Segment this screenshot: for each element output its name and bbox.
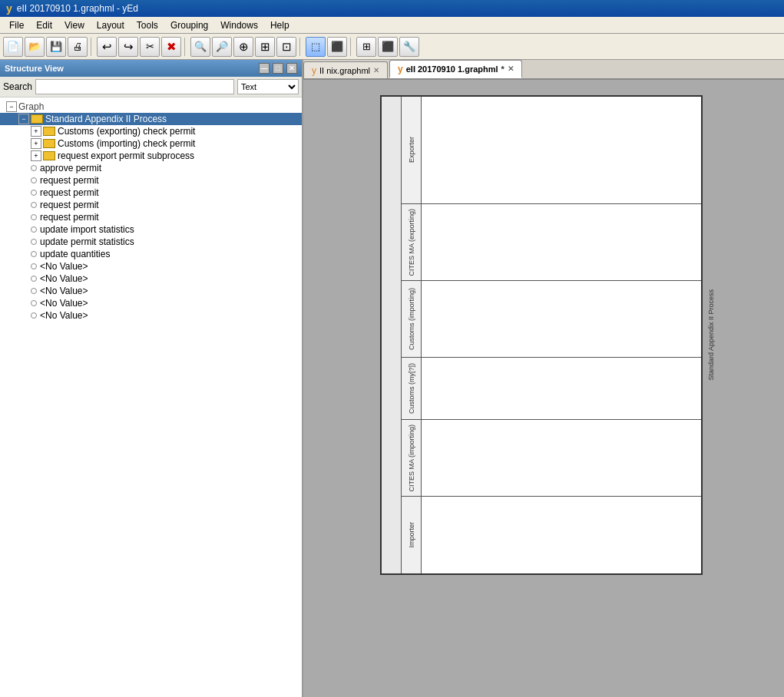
menu-help[interactable]: Help xyxy=(264,18,296,31)
zoom-reset-button[interactable]: ⊡ xyxy=(276,37,296,57)
cut-button[interactable]: ✂ xyxy=(140,37,160,57)
select-mode-button[interactable]: ⬚ xyxy=(306,37,326,57)
tree-item-no-value-1[interactable]: <No Value> xyxy=(0,260,302,273)
row-content-importer[interactable] xyxy=(422,497,701,573)
save-button[interactable]: 💾 xyxy=(46,37,66,57)
row-content-customs-my[interactable] xyxy=(422,358,701,419)
main-layout: Structure View — □ ✕ Search Text Regex W… xyxy=(0,60,784,697)
tab-nix-graphml[interactable]: y II nix.graphml ✕ xyxy=(303,61,388,78)
panel-minimize-button[interactable]: — xyxy=(259,63,270,74)
tree-item-root-process[interactable]: − Standard Appendix II Process xyxy=(0,113,302,125)
bullet-update-import xyxy=(31,226,37,233)
tree-item-update-import-stats[interactable]: update import statistics xyxy=(0,223,302,236)
tree-item-customs-exporting[interactable]: + Customs (exporting) check permit xyxy=(0,125,302,137)
customs-export-folder-icon xyxy=(43,127,55,136)
search-type-select[interactable]: Text Regex Wildcard xyxy=(237,79,299,94)
tree-item-request-permit-1[interactable]: request permit xyxy=(0,174,302,187)
tab-eii-graphml[interactable]: y eII 20170910 1.graphml * ✕ xyxy=(389,60,522,78)
tab-icon-1: y xyxy=(312,65,316,76)
new-button[interactable]: 📄 xyxy=(3,37,23,57)
zoom-fit-button[interactable]: ⊞ xyxy=(255,37,275,57)
tree-item-label-update-permit: update permit statistics xyxy=(40,236,134,247)
tree-item-label-nv4: <No Value> xyxy=(40,298,88,309)
menu-view[interactable]: View xyxy=(58,18,91,31)
swimlane-row-importer: Importer xyxy=(402,497,701,573)
export-button[interactable]: ⬛ xyxy=(378,37,398,57)
panel-close-button[interactable]: ✕ xyxy=(286,63,297,74)
zoom-custom-button[interactable]: ⊕ xyxy=(233,37,253,57)
tab-close-btn-2[interactable]: ✕ xyxy=(508,64,514,73)
tree-item-label-root: Standard Appendix II Process xyxy=(45,114,167,124)
tools-extra-button[interactable]: 🔧 xyxy=(399,37,419,57)
customs-export-expand-btn[interactable]: + xyxy=(31,126,41,137)
root-expand-btn[interactable]: − xyxy=(18,114,29,124)
search-input[interactable] xyxy=(35,79,234,94)
canvas-area[interactable]: Standard Appendix II Process Exporter xyxy=(303,80,784,697)
req-export-expand-btn[interactable]: + xyxy=(31,150,41,161)
structure-panel-controls: — □ ✕ xyxy=(259,63,297,74)
separator-1 xyxy=(91,38,94,56)
row-label-importer: Importer xyxy=(402,497,422,573)
tree-item-approve-permit[interactable]: approve permit xyxy=(0,162,302,174)
title-bar: y eII 20170910 1.graphml - yEd xyxy=(0,0,784,17)
tab-icon-2: y xyxy=(398,64,403,74)
tab-close-btn-1[interactable]: ✕ xyxy=(373,66,379,74)
tab-label-1: II nix.graphml xyxy=(319,66,370,75)
tree-item-request-export-subprocess[interactable]: + request export permit subprocess xyxy=(0,150,302,162)
menu-bar: File Edit View Layout Tools Grouping Win… xyxy=(0,17,784,34)
row-content-cites-exporting[interactable] xyxy=(422,204,701,280)
bullet-req3 xyxy=(31,202,37,208)
tree-item-request-permit-3[interactable]: request permit xyxy=(0,199,302,211)
graph-expand-btn[interactable]: − xyxy=(6,101,17,112)
tree-item-update-permit-stats[interactable]: update permit statistics xyxy=(0,236,302,248)
tree-item-no-value-5[interactable]: <No Value> xyxy=(0,309,302,322)
tree-item-update-quantities[interactable]: update quantities xyxy=(0,248,302,260)
row-content-cites-importing[interactable] xyxy=(422,420,701,496)
menu-grouping[interactable]: Grouping xyxy=(164,18,214,31)
row-content-exporter[interactable] xyxy=(422,97,701,203)
tree-item-label-req-export: request export permit subprocess xyxy=(58,150,194,161)
undo-button[interactable]: ↩ xyxy=(97,37,117,57)
tree-item-no-value-3[interactable]: <No Value> xyxy=(0,285,302,297)
row-content-customs-importing[interactable] xyxy=(422,281,701,357)
menu-tools[interactable]: Tools xyxy=(131,18,164,31)
swimlane-rows: Exporter CITES MA (exporting) xyxy=(402,97,701,573)
bullet-req2 xyxy=(31,190,37,196)
row-label-cites-exporting: CITES MA (exporting) xyxy=(402,204,422,280)
tree-item-request-permit-4[interactable]: request permit xyxy=(0,211,302,223)
tab-label-2: eII 20170910 1.graphml xyxy=(406,64,498,74)
redo-button[interactable]: ↪ xyxy=(118,37,138,57)
print-button[interactable]: 🖨 xyxy=(68,37,88,57)
graph-label: Graph xyxy=(18,101,44,112)
tree-item-label-req1: request permit xyxy=(40,175,99,186)
grid-button[interactable]: ⊞ xyxy=(356,37,376,57)
panel-restore-button[interactable]: □ xyxy=(273,63,283,74)
fit-page-button[interactable]: ⬛ xyxy=(327,37,347,57)
root-folder-icon xyxy=(31,114,43,124)
open-button[interactable]: 📂 xyxy=(25,37,45,57)
delete-button[interactable]: ✖ xyxy=(161,37,181,57)
tree-item-no-value-4[interactable]: <No Value> xyxy=(0,297,302,309)
zoom-out-button[interactable]: 🔍 xyxy=(190,37,210,57)
app-icon: y xyxy=(6,2,12,15)
tree-view: − Graph − Standard Appendix II Process +… xyxy=(0,97,302,697)
menu-file[interactable]: File xyxy=(3,18,30,31)
tree-item-label-nv5: <No Value> xyxy=(40,310,88,321)
tree-item-request-permit-2[interactable]: request permit xyxy=(0,187,302,199)
menu-windows[interactable]: Windows xyxy=(214,18,264,31)
menu-layout[interactable]: Layout xyxy=(91,18,131,31)
zoom-in-button[interactable]: 🔎 xyxy=(212,37,232,57)
row-label-text-customs-my: Customs (my[?]) xyxy=(408,363,415,414)
tree-item-no-value-2[interactable]: <No Value> xyxy=(0,273,302,285)
tree-item-customs-importing[interactable]: + Customs (importing) check permit xyxy=(0,137,302,150)
menu-edit[interactable]: Edit xyxy=(30,18,58,31)
separator-4 xyxy=(350,38,353,56)
row-label-text-cites-exporting: CITES MA (exporting) xyxy=(408,209,415,276)
customs-import-expand-btn[interactable]: + xyxy=(31,138,41,149)
window-title: eII 20170910 1.graphml - yEd xyxy=(17,3,138,14)
swimlane-diagram: Exporter CITES MA (exporting) xyxy=(380,95,703,575)
tab-modified-indicator: * xyxy=(501,64,504,74)
tree-graph-root[interactable]: − Graph xyxy=(0,101,302,113)
tree-item-label-req4: request permit xyxy=(40,212,99,223)
tree-item-label-nv2: <No Value> xyxy=(40,273,88,284)
